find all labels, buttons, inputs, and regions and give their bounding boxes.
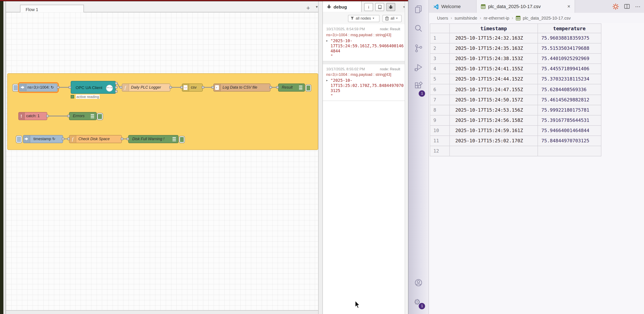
screen: Flow 1 + ▾ ns=3;i=1004: ↻ OPC UA Client … bbox=[0, 0, 644, 314]
cell-temperature[interactable]: 75.39167785644531 bbox=[538, 116, 601, 126]
info-button[interactable]: i bbox=[364, 3, 373, 11]
debug-tab-label: debug bbox=[334, 4, 347, 9]
debug-topic: ns=3;i=1004 : msg.payload : string[43] bbox=[326, 72, 404, 77]
node-log-to-csv-file[interactable]: ▸ Log Data to CSV file bbox=[213, 83, 270, 92]
node-daily-plc-logger[interactable]: f Daily PLC Logger bbox=[122, 83, 170, 92]
node-csv[interactable]: 1,2 csv bbox=[182, 83, 202, 92]
row-number[interactable]: 12 bbox=[430, 146, 450, 156]
debug-message-list[interactable]: 10/17/2025, 8:54:59 PM node: Result ns=3… bbox=[323, 24, 408, 314]
node-opcua-client[interactable]: OPC UA Client OPC UA bbox=[70, 81, 116, 94]
row-number[interactable]: 1 bbox=[430, 33, 450, 44]
debug-message-meta: 10/17/2025, 8:55:02 PM node: Result bbox=[326, 67, 404, 71]
cell-timestamp[interactable]: 2025-10-17T15:25:02.170Z bbox=[450, 136, 538, 146]
cell-timestamp[interactable]: 2025-10-17T15:24:38.153Z bbox=[450, 54, 538, 64]
cell-timestamp[interactable]: 2025-10-17T15:24:47.155Z bbox=[450, 84, 538, 95]
header-timestamp[interactable]: timestamp bbox=[450, 24, 538, 33]
debug-toggle-button[interactable] bbox=[97, 113, 103, 120]
row-number[interactable]: 6 bbox=[430, 84, 450, 95]
breadcrumb-item[interactable]: nr-ethernet-ip bbox=[484, 16, 509, 20]
cell-temperature[interactable]: 75.44010925292969 bbox=[538, 54, 601, 64]
row-number[interactable]: 7 bbox=[430, 95, 450, 105]
row-number[interactable]: 10 bbox=[430, 126, 450, 136]
tab-label: Welcome bbox=[441, 4, 461, 9]
node-catch[interactable]: ! catch: 1 bbox=[18, 112, 47, 120]
split-editor-icon[interactable] bbox=[624, 4, 630, 9]
cell-timestamp[interactable]: 2025-10-17T15:24:53.156Z bbox=[450, 105, 538, 115]
cell-temperature[interactable]: 75.6284408569336 bbox=[538, 84, 601, 95]
row-number[interactable]: 9 bbox=[430, 116, 450, 126]
extension-starburst-icon[interactable] bbox=[612, 3, 619, 10]
debug-scrollbar[interactable] bbox=[405, 1, 408, 314]
cell-temperature[interactable]: 75.96038818359375 bbox=[538, 33, 601, 44]
inject-button[interactable] bbox=[12, 84, 19, 92]
flow-list-chevron-icon[interactable]: ▾ bbox=[316, 5, 318, 9]
node-debug-errors[interactable]: Errrors bbox=[69, 112, 96, 120]
row-number[interactable]: 3 bbox=[430, 54, 450, 64]
run-debug-icon[interactable] bbox=[414, 63, 423, 72]
extensions-icon[interactable] bbox=[414, 82, 423, 90]
add-flow-button[interactable]: + bbox=[304, 4, 312, 12]
source-control-icon[interactable] bbox=[414, 44, 423, 53]
cell-timestamp[interactable]: 2025-10-17T15:24:35.163Z bbox=[450, 44, 538, 54]
debug-payload-string[interactable]: "2025-10-17T15:25:02.170Z,75.84844970703… bbox=[330, 78, 405, 98]
cell-timestamp[interactable]: 2025-10-17T15:24:44.152Z bbox=[450, 74, 538, 84]
debug-message[interactable]: 10/17/2025, 8:55:02 PM node: Result ns=3… bbox=[323, 61, 408, 101]
account-icon[interactable] bbox=[414, 278, 423, 287]
debug-message[interactable]: 10/17/2025, 8:54:59 PM node: Result ns=3… bbox=[323, 24, 408, 61]
explorer-icon[interactable] bbox=[414, 5, 423, 14]
cell-timestamp[interactable]: 2025-10-17T15:24:56.158Z bbox=[450, 116, 538, 126]
table-row: 11 2025-10-17T15:25:02.170Z 75.848449707… bbox=[430, 136, 601, 146]
node-debug-disk-warning[interactable]: Disk Full Warning ! bbox=[128, 135, 178, 143]
flow-canvas[interactable] bbox=[6, 12, 318, 310]
debug-list-icon bbox=[90, 114, 94, 119]
more-actions-icon[interactable]: ⋯ bbox=[635, 3, 640, 10]
breadcrumb-item[interactable]: Users bbox=[437, 16, 448, 20]
cell-temperature[interactable]: 75.99922180175781 bbox=[538, 105, 601, 115]
header-temperature[interactable]: temperature bbox=[538, 24, 601, 33]
cell-temperature[interactable]: 75.94664001464844 bbox=[538, 126, 601, 136]
clear-messages-button[interactable]: all ▾ bbox=[382, 15, 402, 22]
node-inject-timestamp[interactable]: timestamp ↻ bbox=[23, 135, 63, 143]
node-check-disk-space[interactable]: f Check Disk Space bbox=[69, 135, 122, 143]
cell-timestamp[interactable]: 2025-10-17T15:24:50.157Z bbox=[450, 95, 538, 105]
expand-caret-icon[interactable]: ▸ bbox=[326, 38, 328, 42]
debug-toggle-button[interactable] bbox=[179, 136, 185, 143]
close-icon[interactable]: × bbox=[567, 4, 570, 9]
debug-payload-string[interactable]: "2025-10-17T15:24:59.161Z,75.94664001464… bbox=[330, 38, 405, 58]
cell-timestamp[interactable] bbox=[450, 146, 538, 156]
debug-toggle-button[interactable] bbox=[305, 84, 311, 92]
vscode-tabbar: Welcome plc_data_2025-10-17.csv × ⋯ bbox=[429, 0, 644, 13]
row-number[interactable]: 5 bbox=[430, 74, 450, 84]
breadcrumb-file[interactable]: plc_data_2025-10-17.csv bbox=[523, 16, 571, 20]
cell-temperature[interactable]: 75.46145629882812 bbox=[538, 95, 601, 105]
row-number[interactable]: 2 bbox=[430, 44, 450, 54]
docs-button[interactable] bbox=[375, 3, 384, 11]
breadcrumb-separator: › bbox=[451, 16, 452, 20]
tab-debug[interactable]: debug bbox=[323, 1, 362, 12]
cell-timestamp[interactable]: 2025-10-17T15:24:59.161Z bbox=[450, 126, 538, 136]
cell-temperature[interactable]: 75.44557189941406 bbox=[538, 64, 601, 74]
cell-temperature[interactable] bbox=[538, 146, 601, 156]
inject-arrow-icon bbox=[20, 84, 26, 91]
node-inject-opcua[interactable]: ns=3;i=1004: ↻ bbox=[19, 83, 58, 92]
breadcrumb-separator: › bbox=[512, 16, 513, 20]
search-icon[interactable] bbox=[414, 24, 423, 33]
flow-vertical-scrollbar[interactable] bbox=[318, 1, 323, 314]
row-number[interactable]: 8 bbox=[430, 105, 450, 115]
flow-horizontal-scrollbar[interactable] bbox=[6, 310, 318, 314]
row-number[interactable]: 11 bbox=[430, 136, 450, 146]
expand-caret-icon[interactable]: ▸ bbox=[326, 78, 328, 82]
inject-button[interactable] bbox=[16, 135, 22, 143]
node-debug-result[interactable]: Result bbox=[278, 83, 305, 92]
breadcrumb-item[interactable]: sumitshinde bbox=[454, 16, 477, 20]
cell-temperature[interactable]: 75.37032318115234 bbox=[538, 74, 601, 84]
cell-temperature[interactable]: 75.51535034179688 bbox=[538, 44, 601, 54]
debug-messages-button[interactable] bbox=[386, 3, 395, 11]
cell-temperature[interactable]: 75.84844970703125 bbox=[538, 136, 601, 146]
tab-welcome[interactable]: Welcome bbox=[429, 0, 476, 13]
cell-timestamp[interactable]: 2025-10-17T15:24:41.155Z bbox=[450, 64, 538, 74]
row-number[interactable]: 4 bbox=[430, 64, 450, 74]
cell-timestamp[interactable]: 2025-10-17T15:24:32.163Z bbox=[450, 33, 538, 44]
tab-csv-file[interactable]: plc_data_2025-10-17.csv × bbox=[476, 0, 575, 13]
filter-nodes-button[interactable]: all nodes ▾ bbox=[348, 15, 380, 22]
